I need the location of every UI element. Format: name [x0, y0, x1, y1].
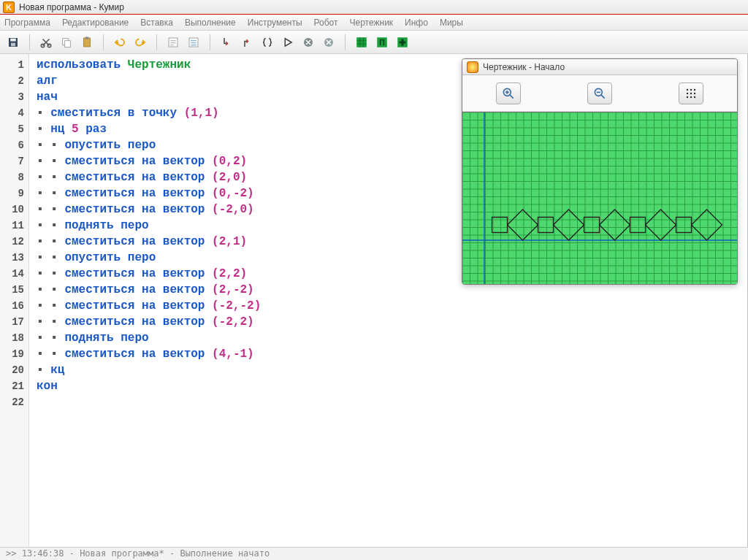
svg-rect-19	[356, 37, 367, 47]
menu-info[interactable]: Инфо	[405, 18, 428, 28]
cut-icon[interactable]	[37, 34, 55, 51]
grid-plus-icon[interactable]	[394, 34, 411, 51]
titlebar: K Новая программа - Кумир	[0, 0, 748, 15]
drawer-title-text: Чертежник - Начало	[483, 62, 565, 72]
svg-rect-13	[189, 38, 198, 47]
svg-rect-28	[400, 41, 406, 43]
insert-line-icon[interactable]	[164, 34, 182, 51]
menu-tools[interactable]: Инструменты	[248, 18, 302, 28]
redo-icon[interactable]	[131, 34, 149, 51]
menu-program[interactable]: Программа	[4, 18, 50, 28]
undo-icon[interactable]	[111, 34, 129, 51]
grid-toggle-icon[interactable]	[679, 83, 703, 104]
svg-text:П: П	[379, 37, 385, 46]
statusbar: >> 13:46:38 - Новая программа* - Выполне…	[0, 547, 748, 560]
svg-point-37	[690, 88, 692, 91]
drawer-app-icon	[467, 61, 478, 73]
svg-point-36	[687, 88, 689, 91]
step-into-icon[interactable]	[218, 34, 235, 51]
svg-point-42	[687, 96, 689, 98]
menu-worlds[interactable]: Миры	[440, 18, 463, 28]
window-title: Новая программа - Кумир	[19, 2, 124, 12]
grid-green-icon[interactable]	[353, 34, 370, 51]
copy-icon[interactable]	[58, 34, 75, 51]
svg-rect-1	[10, 38, 16, 41]
drawer-window[interactable]: Чертежник - Начало	[462, 58, 738, 285]
svg-point-43	[690, 96, 692, 98]
zoom-out-icon[interactable]	[587, 83, 612, 104]
menu-drawer[interactable]: Чертежник	[350, 18, 394, 28]
grid-p-icon[interactable]: П	[373, 34, 391, 51]
svg-point-41	[694, 92, 696, 94]
svg-point-40	[690, 92, 692, 94]
zoom-in-icon[interactable]	[496, 83, 521, 104]
drawer-toolbar	[462, 75, 737, 112]
svg-rect-8	[85, 37, 89, 39]
svg-point-39	[687, 92, 689, 94]
delete-line-icon[interactable]	[185, 34, 202, 51]
menubar: Программа Редактирование Вставка Выполне…	[0, 15, 748, 31]
menu-insert[interactable]: Вставка	[140, 18, 173, 28]
drawer-canvas[interactable]	[462, 112, 737, 284]
app-icon: K	[3, 1, 15, 13]
svg-rect-7	[84, 38, 91, 47]
svg-rect-6	[65, 40, 71, 47]
svg-rect-9	[169, 38, 178, 47]
save-icon[interactable]	[4, 34, 22, 51]
close-icon[interactable]	[320, 34, 337, 51]
drawer-titlebar[interactable]: Чертежник - Начало	[462, 59, 737, 75]
menu-robot[interactable]: Робот	[314, 18, 338, 28]
paste-icon[interactable]	[78, 34, 96, 51]
svg-line-34	[601, 94, 605, 98]
svg-rect-2	[11, 42, 15, 46]
svg-point-38	[694, 88, 696, 91]
step-over-icon[interactable]	[238, 34, 256, 51]
toolbar: П	[0, 31, 748, 54]
braces-icon[interactable]	[259, 34, 276, 51]
svg-line-30	[509, 94, 513, 98]
menu-edit[interactable]: Редактирование	[62, 18, 129, 28]
stop-icon[interactable]	[299, 34, 317, 51]
svg-point-44	[694, 96, 696, 98]
run-icon[interactable]	[279, 34, 297, 51]
line-gutter: 12345678910111213141516171819202122	[0, 54, 29, 547]
main-window: K Новая программа - Кумир Программа Реда…	[0, 0, 748, 560]
menu-run[interactable]: Выполнение	[185, 18, 236, 28]
